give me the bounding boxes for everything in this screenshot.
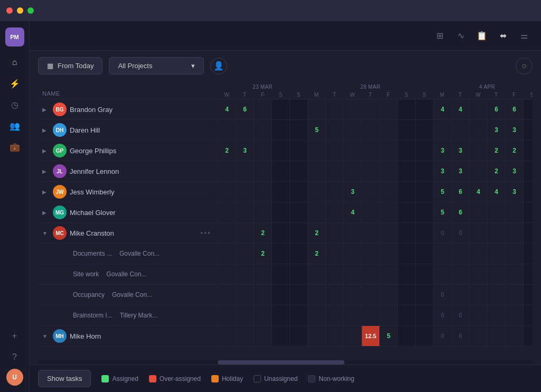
cell-occupancy-govalle-6: [325, 285, 343, 305]
date-headers: 23 MAR W T F S S 28 MAR: [218, 83, 533, 99]
sidebar-item-activity[interactable]: ⚡: [5, 74, 24, 93]
name-cell-daren-hill: ▶DHDaren Hill: [38, 121, 218, 139]
horizontal-scrollbar[interactable]: [38, 360, 533, 365]
expand-icon-mike-horn[interactable]: ▼: [42, 333, 50, 339]
cell-brandon-gray-10: [397, 99, 415, 119]
cell-site-work-govalle-1: [236, 264, 254, 284]
cell-documents-govalle-12: [433, 244, 451, 264]
sidebar-item-help[interactable]: ?: [5, 348, 24, 367]
cell-mike-horn-4: [290, 326, 307, 346]
sidebar-item-home[interactable]: ⌂: [5, 53, 24, 72]
row-brainstorm-tillery[interactable]: Brainstorm I...Tillery Mark...00: [38, 305, 533, 326]
all-projects-select[interactable]: All Projects ▾: [109, 57, 204, 74]
link-icon[interactable]: ⬌: [495, 27, 511, 44]
cell-jennifer-lennon-9: [379, 161, 397, 181]
expand-icon-jennifer-lennon[interactable]: ▶: [42, 169, 50, 174]
row-george-phillips[interactable]: ▶GPGeorge Phillips233322: [38, 141, 533, 161]
cell-michael-glover-10: [397, 202, 415, 222]
data-cells-brainstorm-tillery: 00: [218, 305, 533, 325]
row-documents-govalle[interactable]: Documents ...Govalle Con...22: [38, 244, 533, 264]
cell-george-phillips-6: [325, 141, 343, 161]
cell-documents-govalle-5: 2: [307, 244, 325, 264]
task-name-site-work-govalle: Site work: [73, 270, 99, 278]
cell-jennifer-lennon-13: 3: [451, 161, 469, 181]
cell-mike-horn-6: [325, 326, 343, 346]
cell-brainstorm-tillery-7: [343, 305, 361, 325]
cell-brandon-gray-9: [379, 99, 397, 119]
app-logo[interactable]: PM: [5, 27, 24, 46]
cell-mike-cranston-14: [469, 223, 487, 243]
cell-documents-govalle-16: [505, 244, 523, 264]
cell-occupancy-govalle-15: [487, 285, 505, 305]
cell-brainstorm-tillery-8: [361, 305, 379, 325]
from-today-button[interactable]: ▦ From Today: [38, 57, 102, 74]
sidebar-item-people[interactable]: 👥: [5, 116, 24, 135]
expand-icon-mike-cranston[interactable]: ▼: [42, 230, 50, 236]
cell-george-phillips-15: 2: [487, 141, 505, 161]
cell-brandon-gray-1: 6: [236, 99, 254, 119]
toolbar: ⊞ ∿ 📋 ⬌ ⚌: [30, 21, 541, 51]
name-cell-michael-glover: ▶MGMichael Glover: [38, 203, 218, 221]
row-site-work-govalle[interactable]: Site workGovalle Con...: [38, 264, 533, 285]
cell-daren-hill-13: [451, 120, 469, 140]
row-brandon-gray[interactable]: ▶BGBrandon Gray464466: [38, 99, 533, 120]
cell-occupancy-govalle-8: [361, 285, 379, 305]
minimize-button[interactable]: [17, 7, 23, 14]
clipboard-icon[interactable]: 📋: [473, 27, 490, 44]
row-michael-glover[interactable]: ▶MGMichael Glover456: [38, 202, 533, 223]
name-cell-occupancy-govalle: OccupancyGovalle Con...: [38, 289, 218, 301]
cell-site-work-govalle-9: [379, 264, 397, 284]
sidebar-item-clock[interactable]: ◷: [5, 95, 24, 114]
cell-site-work-govalle-0: [218, 264, 236, 284]
expand-icon-george-phillips[interactable]: ▶: [42, 148, 50, 154]
cell-brandon-gray-17: [523, 99, 533, 119]
search-grid-icon[interactable]: ⊞: [431, 27, 448, 44]
cell-mike-cranston-15: [487, 223, 505, 243]
data-cells-jennifer-lennon: 3323: [218, 161, 533, 181]
cell-daren-hill-4: [290, 120, 307, 140]
cell-site-work-govalle-16: [505, 264, 523, 284]
cell-occupancy-govalle-16: [505, 285, 523, 305]
row-daren-hill[interactable]: ▶DHDaren Hill533: [38, 120, 533, 141]
cell-documents-govalle-10: [397, 244, 415, 264]
user-avatar[interactable]: U: [6, 369, 23, 386]
row-jess-wimberly[interactable]: ▶JWJess Wimberly356443: [38, 182, 533, 202]
expand-icon-brandon-gray[interactable]: ▶: [42, 107, 50, 113]
cell-george-phillips-16: 2: [505, 141, 523, 161]
avatar-mike-cranston: MC: [53, 226, 67, 240]
task-name-brainstorm-tillery: Brainstorm I...: [73, 312, 113, 319]
filter-icon[interactable]: ⚌: [516, 27, 533, 44]
cell-jess-wimberly-3: [272, 182, 290, 202]
cell-brainstorm-tillery-10: [397, 305, 415, 325]
cell-mike-horn-0: [218, 326, 236, 346]
cell-daren-hill-14: [469, 120, 487, 140]
chart-icon[interactable]: ∿: [452, 27, 469, 44]
row-mike-cranston[interactable]: ▼MCMike Cranston•••2200: [38, 223, 533, 244]
settings-circle-icon[interactable]: ○: [516, 58, 533, 74]
cell-mike-horn-15: [487, 326, 505, 346]
close-button[interactable]: [6, 7, 13, 14]
sidebar-item-briefcase[interactable]: 💼: [5, 137, 24, 156]
drag-handle-mike-cranston[interactable]: •••: [198, 227, 213, 239]
name-text-jennifer-lennon: Jennifer Lennon: [70, 167, 119, 175]
expand-icon-michael-glover[interactable]: ▶: [42, 210, 50, 216]
name-cell-jennifer-lennon: ▶JLJennifer Lennon: [38, 162, 218, 180]
expand-icon-jess-wimberly[interactable]: ▶: [42, 189, 50, 195]
name-column-header: NAME: [38, 83, 218, 99]
show-tasks-button[interactable]: Show tasks: [38, 370, 91, 387]
expand-icon-daren-hill[interactable]: ▶: [42, 127, 50, 133]
cell-documents-govalle-15: [487, 244, 505, 264]
cell-daren-hill-10: [397, 120, 415, 140]
data-cells-mike-cranston: 2200: [218, 223, 533, 243]
cell-daren-hill-3: [272, 120, 290, 140]
person-filter-icon[interactable]: 👤: [210, 58, 227, 74]
maximize-button[interactable]: [27, 7, 34, 14]
row-mike-horn[interactable]: ▼MHMike Horn12.5500: [38, 326, 533, 347]
cell-jess-wimberly-9: [379, 182, 397, 202]
scroll-thumb[interactable]: [218, 360, 344, 365]
row-occupancy-govalle[interactable]: OccupancyGovalle Con...0: [38, 285, 533, 305]
row-jennifer-lennon[interactable]: ▶JLJennifer Lennon3323: [38, 161, 533, 182]
cell-michael-glover-17: [523, 202, 533, 222]
unassigned-dot: [254, 375, 261, 382]
sidebar-item-add[interactable]: +: [5, 326, 24, 346]
